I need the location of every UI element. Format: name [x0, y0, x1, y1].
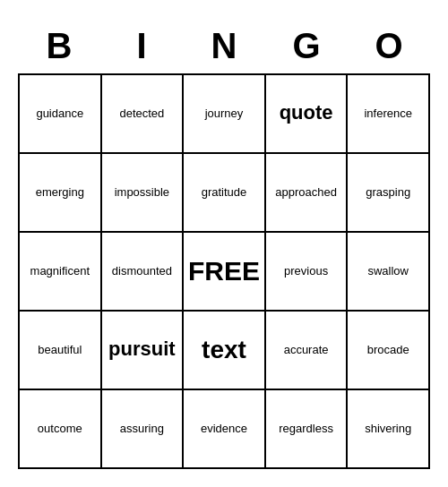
cell-text-0: guidance	[36, 107, 83, 121]
bingo-cell-20: outcome	[20, 390, 102, 469]
bingo-cell-11: dismounted	[102, 233, 185, 312]
cell-text-11: dismounted	[112, 264, 172, 278]
bingo-cell-18: accurate	[266, 312, 349, 390]
cell-text-20: outcome	[38, 422, 82, 436]
bingo-grid: guidancedetectedjourneyquoteinferenceeme…	[18, 73, 430, 469]
bingo-card: BINGO guidancedetectedjourneyquoteinfere…	[18, 19, 430, 469]
header-letter-O: O	[348, 19, 430, 73]
bingo-cell-5: emerging	[20, 154, 102, 233]
bingo-cell-7: gratitude	[184, 154, 266, 233]
bingo-cell-0: guidance	[20, 75, 102, 154]
cell-text-13: previous	[284, 264, 328, 278]
bingo-header: BINGO	[18, 19, 430, 73]
cell-text-3: quote	[280, 101, 333, 124]
cell-text-17: text	[202, 335, 246, 365]
cell-text-14: swallow	[367, 264, 409, 278]
cell-text-23: regardless	[279, 422, 333, 436]
cell-text-5: emerging	[36, 185, 84, 200]
cell-text-10: magnificent	[30, 264, 90, 278]
cell-text-16: pursuit	[108, 337, 176, 361]
bingo-cell-22: evidence	[184, 390, 266, 469]
cell-text-18: accurate	[284, 343, 329, 357]
bingo-cell-4: inference	[348, 75, 430, 154]
bingo-cell-13: previous	[266, 233, 349, 312]
header-letter-I: I	[100, 19, 183, 73]
bingo-cell-15: beautiful	[20, 312, 102, 390]
bingo-cell-9: grasping	[348, 154, 430, 233]
bingo-cell-6: impossible	[102, 154, 185, 233]
cell-text-8: approached	[275, 185, 337, 200]
cell-text-6: impossible	[115, 185, 169, 200]
cell-text-22: evidence	[201, 422, 247, 436]
cell-text-12: FREE	[188, 255, 260, 287]
cell-text-21: assuring	[120, 422, 164, 436]
cell-text-4: inference	[364, 107, 411, 121]
bingo-cell-24: shivering	[348, 390, 430, 469]
cell-text-1: detected	[119, 107, 164, 121]
bingo-cell-8: approached	[266, 154, 349, 233]
bingo-cell-16: pursuit	[102, 312, 185, 390]
bingo-cell-1: detected	[102, 75, 185, 154]
cell-text-9: grasping	[366, 185, 410, 200]
bingo-cell-12: FREE	[184, 233, 266, 312]
bingo-cell-21: assuring	[102, 390, 185, 469]
bingo-cell-17: text	[184, 312, 266, 390]
bingo-cell-14: swallow	[348, 233, 430, 312]
cell-text-19: brocade	[367, 343, 409, 357]
header-letter-B: B	[18, 19, 100, 73]
cell-text-24: shivering	[365, 422, 411, 436]
cell-text-7: gratitude	[202, 185, 247, 200]
header-letter-N: N	[183, 19, 265, 73]
bingo-cell-10: magnificent	[20, 233, 102, 312]
header-letter-G: G	[265, 19, 348, 73]
cell-text-15: beautiful	[38, 343, 82, 357]
bingo-cell-3: quote	[266, 75, 349, 154]
cell-text-2: journey	[205, 107, 244, 121]
bingo-cell-2: journey	[184, 75, 266, 154]
bingo-cell-23: regardless	[266, 390, 349, 469]
bingo-cell-19: brocade	[348, 312, 430, 390]
